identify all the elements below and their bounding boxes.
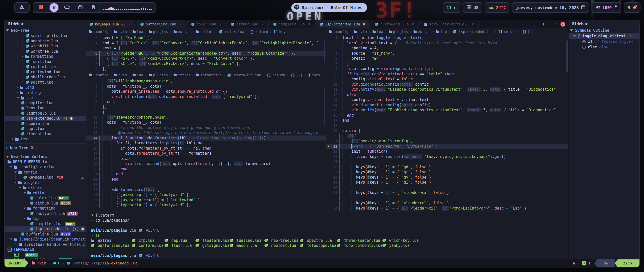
code-line-6[interactable]: 6 } bbox=[326, 61, 568, 66]
tree-item-config[interactable]: config bbox=[5, 170, 86, 175]
code-line-19[interactable]: 19 vim.list_extend(dst: opts.formatters_… bbox=[86, 161, 326, 166]
close-all-button[interactable]: × bbox=[560, 22, 565, 27]
tree-item-OPEN BUFFERS in ~[interactable]: OPEN BUFFERS in ~ bbox=[5, 159, 86, 165]
scrollbar-handle[interactable] bbox=[324, 87, 325, 124]
close-icon[interactable]: × bbox=[412, 22, 414, 26]
tree-item-compiler.lua[interactable]: │ compiler.lua#682 bbox=[5, 221, 86, 227]
breadcrumb-item-[2][interactable]: {}[2] bbox=[291, 73, 302, 77]
code-line-4[interactable]: 4 opts = function(_, opts) bbox=[86, 84, 326, 89]
sidebar-section-neo-tree[interactable]: Neo-Tree bbox=[5, 28, 86, 33]
outline-item-if[interactable]: ├ ifif type(config.vi bbox=[569, 39, 639, 44]
code-line-26[interactable]: 26 ["javascriptreact"] = { "rustywind" }… bbox=[86, 197, 326, 203]
close-icon[interactable]: × bbox=[472, 22, 474, 26]
spotify-now-playing[interactable]: Spiritbox - Rule Of Nines bbox=[291, 3, 367, 12]
breadcrumb-item-color.lua[interactable]: color.lua bbox=[219, 30, 244, 34]
code-line-32[interactable]: 32 bbox=[326, 195, 568, 201]
breadcrumb-item-nvim[interactable]: nvim bbox=[114, 73, 127, 77]
tree-item-lsp-extended.lu[interactable]: └ lsp-extended.lu [+] bbox=[5, 226, 86, 232]
tree-item-~/.c/n/l/plugins[interactable]: ~/.c/n/l/plugins#3980 bbox=[5, 257, 86, 259]
tree-item-lsp[interactable]: │ lsp bbox=[5, 95, 86, 100]
tree-item-bufferline.lua[interactable]: └ bufferline.lua#328 bbox=[5, 232, 86, 237]
breadcrumb-item-lsp-extended.lua[interactable]: lsp-extended.lua bbox=[453, 30, 493, 34]
code-line-1[interactable]: 1local function toggle_diag_virtext() bbox=[326, 35, 568, 41]
code-line-21[interactable]: 21 [1]"neovim/nvim-lspconfig", bbox=[326, 139, 568, 144]
tree-item-formatting[interactable]: │ │ formatting bbox=[5, 54, 86, 59]
tab-compiler.lua[interactable]: compiler.lua× bbox=[270, 20, 313, 28]
editor-pane-rustywind-lua[interactable]: .config›nvim›lua›plugins›extras›formatti… bbox=[86, 72, 326, 212]
code-line-7[interactable]: 7 end, bbox=[86, 99, 326, 105]
tree-item-isort.lua[interactable]: │ │ │ isort.lua bbox=[5, 59, 86, 64]
code-line-3[interactable]: 3event = { "BufRead" }, bbox=[86, 35, 326, 41]
breadcrumb-item-rustywind.lua[interactable]: rustywind.lua bbox=[227, 73, 261, 77]
code-line-17[interactable]: 17 opts.formatters_by_ft[ft] = formatter… bbox=[86, 151, 326, 156]
breadcrumb-item-.config[interactable]: .config bbox=[329, 30, 348, 34]
breadcrumb-item-lua[interactable]: lua bbox=[133, 30, 143, 34]
close-icon[interactable]: × bbox=[261, 22, 264, 26]
code-line-3[interactable]: 3 [1]"williamboman/mason.nvim", bbox=[86, 79, 326, 84]
tab-scrollbar-handle-…[interactable]: scrollbar-handle-…× bbox=[420, 20, 477, 28]
tree-item-TERMINALS[interactable]: TERMINALS bbox=[5, 247, 86, 252]
code-line-23[interactable]: 23 bbox=[86, 182, 326, 187]
dock-button-windows[interactable] bbox=[76, 3, 85, 12]
widget-volume[interactable]: 100% bbox=[592, 2, 622, 13]
dock-button-file[interactable] bbox=[89, 3, 98, 12]
code-line-6[interactable]: 6 { [1]"<leader>uC", [2]"<cmd>CccHighlig… bbox=[86, 51, 326, 56]
outline-item-toggle_diag_virtext[interactable]: ƒtoggle_diag_virtextfu bbox=[569, 33, 639, 39]
code-line-27[interactable]: 27 keys[#keys + 1] = { "gr", false } bbox=[326, 169, 568, 175]
breadcrumb-item-extras[interactable]: extras bbox=[174, 30, 191, 34]
breadcrumb-item-[1][interactable]: {}[1] bbox=[522, 30, 534, 34]
code-area[interactable]: 3event = { "BufRead" },4cmd = { [1]"CccP… bbox=[86, 35, 326, 72]
code-line-25[interactable]: 25 ["javascript"] = { "rustywind" }, bbox=[86, 192, 326, 197]
symbols-outline-header[interactable]: Symbols Outline bbox=[569, 28, 639, 33]
breadcrumb-item-plugins[interactable]: plugins bbox=[149, 73, 168, 77]
tab-lsp-extended.lua[interactable]: lsp-extended.lua bbox=[316, 20, 369, 28]
code-line-18[interactable]: 18 else bbox=[86, 156, 326, 161]
tree-item-plugins[interactable]: plugins bbox=[5, 180, 86, 185]
code-line-13[interactable]: 13 config.virtual_text = virtual_text bbox=[326, 97, 568, 103]
code-line-33[interactable]: 33 keys[#keys + 1] = { "<leader>cl", fal… bbox=[326, 200, 568, 206]
close-icon[interactable]: × bbox=[219, 22, 221, 26]
breadcrumb-item-lsp[interactable]: lsp bbox=[436, 30, 447, 34]
code-line-8[interactable]: 8}, bbox=[86, 105, 326, 110]
code-line-20[interactable]: 20 [1]{ bbox=[326, 133, 568, 139]
code-line-17[interactable]: 17end bbox=[326, 118, 568, 123]
code-line-15[interactable]: 15 for ft, formatters in pairs(t: tbl) d… bbox=[86, 141, 326, 146]
breadcrumb-item-plugins[interactable]: plugins bbox=[149, 30, 168, 34]
code-line-6[interactable]: 6 vim.list_extend(dst: opts.ensure_insta… bbox=[86, 94, 326, 99]
close-icon[interactable]: × bbox=[129, 22, 131, 26]
floaterm-chevron-icon[interactable] bbox=[91, 215, 94, 216]
code-line-25[interactable]: 25 bbox=[326, 159, 568, 164]
close-icon[interactable]: × bbox=[179, 22, 182, 26]
tree-item-lang[interactable]: │ lang bbox=[5, 85, 86, 90]
breadcrumb-item-.config[interactable]: .config bbox=[89, 73, 108, 77]
tree-item-rustywind.lua[interactable]: └ rustywind.lua#726 bbox=[5, 211, 86, 216]
breadcrumb-item-keys[interactable]: []keys bbox=[274, 30, 288, 34]
code-line-5[interactable]: 5 prefix = "●", bbox=[326, 56, 568, 61]
code-line-22[interactable]: ●22 event = { "BufReadPre", "BufNewFile"… bbox=[326, 144, 568, 149]
code-line-2[interactable]: 2 local virtual_text = { -- Default virt… bbox=[326, 41, 568, 46]
tree-item-github.lua[interactable]: └ github.lua#654 bbox=[5, 201, 86, 206]
code-line-20[interactable]: 20 end bbox=[86, 166, 326, 172]
tab-page-1[interactable]: 1 bbox=[543, 22, 545, 26]
tab-bufferline.lua[interactable]: bufferline.lua× bbox=[137, 20, 185, 28]
close-icon[interactable]: × bbox=[308, 22, 310, 26]
code-line-3[interactable]: 3 spacing = 4, bbox=[326, 46, 568, 51]
code-line-14[interactable]: 14 vim.diagnostic.config(opts: config) bbox=[326, 103, 568, 108]
editor-pane-color-lua[interactable]: .config›nvim›lua›plugins›extras›editor›c… bbox=[86, 28, 326, 72]
code-line-5[interactable]: 5keys = { bbox=[86, 46, 326, 51]
breadcrumb-item-nvim[interactable]: nvim bbox=[354, 30, 367, 34]
breadcrumb-item-plugins[interactable]: plugins bbox=[389, 30, 408, 34]
breadcrumb-item-return[interactable]: {}return bbox=[250, 30, 268, 34]
tree-item-compiler.lua[interactable]: │ │ compiler.lua bbox=[5, 100, 86, 106]
tree-item-.config/nvim/lua[interactable]: .config/nvim/lua bbox=[5, 164, 86, 170]
code-line-29[interactable]: 29 keys[#keys + 1] = { "gI", false } bbox=[326, 180, 568, 185]
tree-item-Juegos/Indies/SteamLibrary/st[interactable]: Juegos/Indies/SteamLibrary/st bbox=[5, 237, 86, 242]
code-line-19[interactable]: 19return { bbox=[326, 128, 568, 133]
tree-item-rustywind.lua[interactable]: │ │ │ rustywind.lua bbox=[5, 70, 86, 75]
floaterm-terminal[interactable]: Floaterm › cd lua/plugins/nvim/lua/plugi… bbox=[86, 212, 568, 259]
code-line-24[interactable]: 24 local keys = require(modname: "lazyvi… bbox=[326, 154, 568, 159]
code-line-8[interactable]: 8 if type(v: config.virtual_text) == "ta… bbox=[326, 72, 568, 77]
dock-button-vim[interactable]: V bbox=[50, 3, 58, 12]
code-line-9[interactable]: 9 config.virtual_text = false bbox=[326, 77, 568, 82]
code-line-5[interactable]: 5 opts.ensure_installed = opts.ensure_in… bbox=[86, 89, 326, 94]
